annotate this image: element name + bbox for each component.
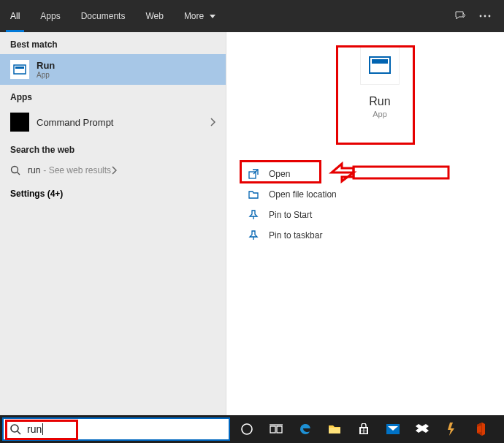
svg-rect-18 [329, 428, 340, 433]
search-icon [9, 423, 21, 435]
section-apps: Apps [0, 85, 226, 107]
svg-line-6 [18, 173, 20, 175]
taskbar-search-input[interactable]: run [2, 417, 230, 441]
dropbox-button[interactable] [408, 415, 437, 443]
svg-point-0 [480, 15, 482, 18]
winamp-button[interactable] [437, 415, 466, 443]
mail-button[interactable] [378, 415, 408, 443]
preview-pane: Run App Open Open file location [226, 32, 504, 415]
chevron-down-icon [210, 15, 215, 18]
edge-button[interactable] [291, 415, 320, 443]
command-prompt-icon [10, 113, 29, 132]
svg-rect-19 [359, 427, 368, 434]
tab-web[interactable]: Web [135, 0, 173, 32]
svg-rect-3 [14, 65, 26, 74]
action-open[interactable]: Open [243, 164, 447, 184]
preview-subtitle: App [336, 110, 424, 118]
web-suffix: - See web results [43, 165, 111, 175]
svg-rect-16 [277, 426, 282, 433]
tab-documents[interactable]: Documents [71, 0, 136, 32]
svg-point-1 [484, 15, 486, 18]
result-command-prompt[interactable]: Command Prompt [0, 107, 226, 137]
svg-rect-24 [364, 431, 367, 433]
tab-apps[interactable]: Apps [30, 0, 70, 32]
search-icon [10, 165, 20, 175]
file-explorer-button[interactable] [320, 415, 349, 443]
pin-taskbar-icon [248, 230, 260, 241]
task-view-button[interactable] [261, 415, 291, 443]
svg-rect-4 [15, 67, 24, 69]
folder-icon [248, 189, 260, 200]
svg-point-14 [242, 424, 252, 434]
results-pane: Best match Run App Apps Command Prompt S… [0, 32, 226, 415]
tab-more[interactable]: More [174, 0, 226, 32]
preview-app-icon [360, 45, 400, 85]
taskbar-apps [232, 415, 495, 443]
preview-header: Run App [336, 45, 424, 118]
chevron-right-icon [111, 166, 117, 175]
web-term: run [28, 165, 40, 175]
svg-line-13 [18, 431, 20, 434]
text-cursor [42, 423, 43, 435]
preview-title: Run [336, 95, 424, 108]
action-pin-start[interactable]: Pin to Start [243, 205, 447, 225]
office-button[interactable] [466, 415, 495, 443]
section-settings[interactable]: Settings (4+) [0, 181, 226, 206]
result-run-subtitle: App [37, 71, 55, 79]
cortana-button[interactable] [232, 415, 261, 443]
action-open-file-location[interactable]: Open file location [243, 184, 447, 205]
tab-more-label: More [184, 11, 204, 21]
tab-all[interactable]: All [0, 0, 30, 32]
action-open-label: Open [269, 169, 290, 179]
chevron-right-icon [210, 118, 215, 126]
svg-rect-23 [361, 431, 364, 433]
svg-rect-8 [372, 59, 388, 64]
svg-rect-21 [361, 428, 364, 431]
svg-point-5 [12, 167, 18, 173]
store-button[interactable] [349, 415, 378, 443]
result-run-app[interactable]: Run App [0, 54, 226, 85]
run-icon [10, 60, 29, 79]
result-run-title: Run [37, 60, 55, 71]
svg-point-2 [489, 15, 491, 18]
search-value: run [27, 423, 42, 435]
svg-rect-15 [270, 426, 275, 433]
action-pin-start-label: Pin to Start [269, 210, 312, 220]
action-pin-taskbar[interactable]: Pin to taskbar [243, 225, 447, 246]
action-ofl-label: Open file location [269, 189, 337, 200]
result-web-run[interactable]: run - See web results [0, 159, 226, 181]
pin-start-icon [248, 210, 260, 220]
svg-rect-22 [364, 428, 367, 431]
svg-point-12 [11, 425, 18, 432]
result-cmd-title: Command Prompt [37, 117, 113, 128]
feedback-icon[interactable] [454, 10, 466, 22]
more-options-icon[interactable] [479, 15, 491, 18]
filter-tabs: All Apps Documents Web More [0, 0, 504, 32]
preview-actions: Open Open file location Pin to Start [243, 164, 447, 246]
taskbar: run [0, 415, 504, 443]
start-search-window: All Apps Documents Web More Best match [0, 0, 504, 443]
content-area: Best match Run App Apps Command Prompt S… [0, 32, 504, 415]
section-best-match: Best match [0, 32, 226, 54]
section-search-web: Search the web [0, 137, 226, 159]
open-icon [248, 169, 260, 179]
action-pin-taskbar-label: Pin to taskbar [269, 230, 322, 241]
